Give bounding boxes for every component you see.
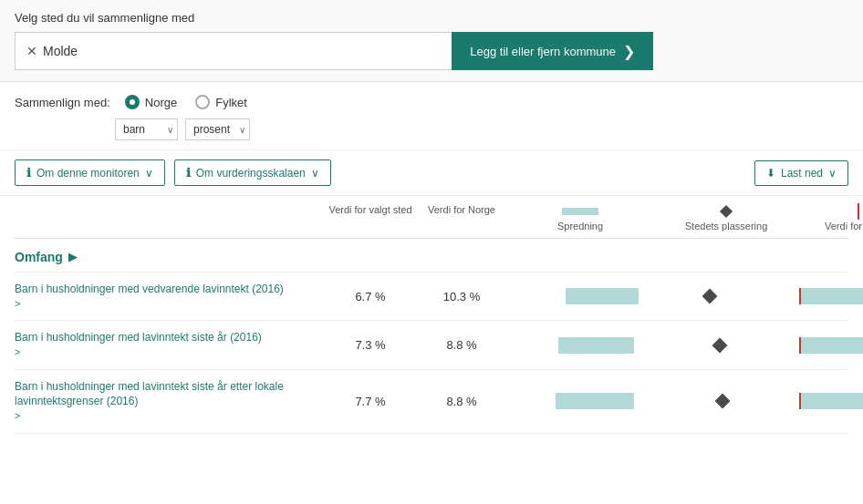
redline-header-icon [858,203,859,220]
radio-label-fylket: Fylket [215,96,247,109]
top-section: Velg sted du vil sammenligne med ✕ Molde… [0,0,863,82]
spread-cell-1 [507,288,653,304]
info-icon-1: ℹ [26,166,31,180]
category-dropdown[interactable]: barn voksne [115,118,178,140]
row-label-3[interactable]: Barn i husholdninger med lavinntekt sist… [15,379,325,424]
spread-header-bar [562,208,598,215]
dropdown-row: barn voksne prosent antall [15,118,848,140]
th-value-sted: Verdi for valgt sted [325,203,416,232]
row-value-norge-1: 10.3 % [416,290,507,303]
row-expand-3[interactable]: > [15,409,325,423]
om-vurdering-label: Om vurderingsskalaen [196,167,306,180]
compare-row: Sammenlign med: Norge Fylket [15,95,848,109]
info-icon-2: ℹ [186,166,191,180]
spread-bar-2 [558,337,634,354]
om-monitoren-label: Om denne monitoren [36,167,140,180]
section-title-omfang[interactable]: Omfang ▶ [15,250,325,264]
chevron-down-icon-1: ∨ [145,167,153,180]
radio-label-norge: Norge [145,96,177,109]
arrow-icon: ❯ [623,43,635,60]
radio-circle-norge[interactable] [125,95,140,109]
download-icon: ⬇ [766,167,775,180]
placement-cell-1 [653,288,799,304]
norge-bar-3 [801,393,863,409]
spread-bar-3 [556,393,634,409]
row-value-norge-2: 8.8 % [416,338,507,352]
row-expand-2[interactable]: > [15,345,325,359]
add-button-label: Legg til eller fjern kommune [470,45,616,58]
radio-option-fylket[interactable]: Fylket [195,95,247,109]
th-spredning: Spredning [507,203,653,232]
unit-dropdown[interactable]: prosent antall [185,118,250,140]
th-value-norge: Verdi for Norge [416,203,507,232]
compare-section: Sammenlign med: Norge Fylket barn voksne… [0,82,863,150]
norge-cell-3 [799,393,863,409]
add-remove-kommune-button[interactable]: Legg til eller fjern kommune ❯ [452,32,653,70]
clear-icon[interactable]: ✕ [26,44,37,58]
th-plassering: Stedets plassering [653,203,799,232]
norge-bar-2 [801,337,863,354]
radio-circle-fylket[interactable] [195,95,210,109]
top-label: Velg sted du vil sammenligne med [15,11,848,25]
row-label-2[interactable]: Barn i husholdninger med lavinntekt sist… [15,330,325,359]
norge-cell-2 [799,337,863,354]
diamond-1 [702,289,718,304]
search-row: ✕ Molde Legg til eller fjern kommune ❯ [15,32,653,70]
section-expand-arrow: ▶ [68,251,77,263]
spread-bar-1 [566,288,639,304]
placement-cell-3 [653,393,799,409]
table-row: Barn i husholdninger med lavinntekt sist… [15,321,848,369]
norge-cell-1 [799,288,863,304]
selected-place-text: Molde [43,44,78,58]
toolbar-left: ℹ Om denne monitoren ∨ ℹ Om vurderingssk… [15,159,331,186]
spread-cell-2 [507,337,653,354]
table-row: Barn i husholdninger med lavinntekt sist… [15,370,848,434]
unit-dropdown-wrapper: prosent antall [185,118,250,140]
table-row: Barn i husholdninger med vedvarende lavi… [15,273,848,321]
row-value-norge-3: 8.8 % [416,395,507,408]
th-indicator [15,203,325,232]
compare-label: Sammenlign med: [15,96,110,109]
radio-option-norge[interactable]: Norge [125,95,177,109]
toolbar-section: ℹ Om denne monitoren ∨ ℹ Om vurderingssk… [0,150,863,196]
section-omfang-header[interactable]: Omfang ▶ [15,239,848,273]
th-verdi-norge: Verdi for Norge [799,203,863,232]
chevron-down-icon-3: ∨ [828,167,837,180]
radio-group: Norge Fylket [125,95,247,109]
category-dropdown-wrapper: barn voksne [115,118,178,140]
download-label: Last ned [781,167,823,180]
spread-cell-3 [507,393,653,409]
norge-bar-1 [801,288,863,304]
row-expand-1[interactable]: > [15,297,325,311]
search-input-wrapper[interactable]: ✕ Molde [15,32,452,70]
om-monitoren-button[interactable]: ℹ Om denne monitoren ∨ [15,159,165,186]
diamond-2 [712,337,728,353]
download-button[interactable]: ⬇ Last ned ∨ [754,160,848,186]
chevron-down-icon-2: ∨ [311,167,319,180]
row-value-sted-3: 7.7 % [325,395,416,408]
table-container: Verdi for valgt sted Verdi for Norge Spr… [0,196,863,434]
row-value-sted-1: 6.7 % [325,290,416,303]
row-value-sted-2: 7.3 % [325,338,416,352]
om-vurdering-button[interactable]: ℹ Om vurderingsskalaen ∨ [174,159,331,186]
placement-cell-2 [653,337,799,354]
row-label-1[interactable]: Barn i husholdninger med vedvarende lavi… [15,282,325,311]
diamond-header-icon [720,205,733,218]
diamond-3 [715,394,731,409]
table-header: Verdi for valgt sted Verdi for Norge Spr… [15,196,848,239]
